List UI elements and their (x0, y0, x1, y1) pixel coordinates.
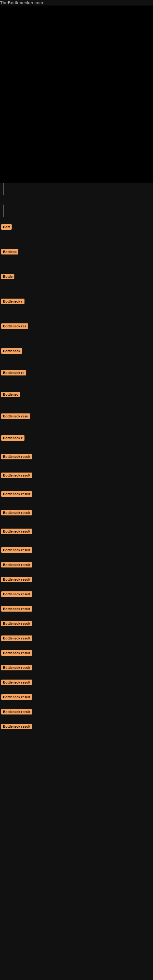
result-item: Bottleneck result (0, 527, 153, 535)
result-badge[interactable]: Bottleneck result (1, 577, 32, 582)
result-item: Bottleneck result (0, 634, 153, 642)
result-badge[interactable]: Bottleneck re (1, 370, 26, 375)
result-badge[interactable]: Bottleneck result (1, 591, 32, 597)
result-item: Bottleneck r (0, 434, 153, 442)
result-badge[interactable]: Bottle (1, 274, 14, 279)
result-badge[interactable]: Bottleneck result (1, 635, 32, 641)
site-title: TheBottlenecker.com (0, 0, 153, 5)
result-badge[interactable]: Bottleneck result (1, 650, 32, 656)
result-badge[interactable]: Bottlenec (1, 392, 20, 397)
result-badge[interactable]: Bottlene (1, 249, 18, 255)
result-item: Bottleneck result (0, 620, 153, 627)
result-item: Bottleneck result (0, 708, 153, 716)
result-item: Bottleneck result (0, 590, 153, 598)
result-badge[interactable]: Bottleneck r (1, 299, 24, 304)
result-item: Bottleneck result (0, 663, 153, 671)
result-item: Bottleneck result (0, 678, 153, 686)
result-item: Bottleneck result (0, 561, 153, 569)
result-badge[interactable]: Bottleneck result (1, 694, 32, 700)
results-list: BottBottleneBottleBottleneck rBottleneck… (0, 220, 153, 737)
result-item: Bottleneck result (0, 509, 153, 517)
result-badge[interactable]: Bottleneck result (1, 606, 32, 612)
result-item: Bottleneck result (0, 605, 153, 613)
result-badge[interactable]: Bottleneck (1, 348, 22, 354)
divider-line-2 (3, 205, 4, 217)
result-badge[interactable]: Bottleneck res (1, 323, 28, 329)
result-item: Bottleneck re (0, 369, 153, 377)
result-item: Bottlenec (0, 390, 153, 398)
result-badge[interactable]: Bottleneck result (1, 562, 32, 568)
result-badge[interactable]: Bottleneck r (1, 435, 24, 441)
result-badge[interactable]: Bottleneck result (1, 491, 32, 497)
result-item: Bottleneck res (0, 322, 153, 330)
result-item: Bottleneck result (0, 649, 153, 657)
result-item: Bottlene (0, 248, 153, 256)
result-item: Bott (0, 223, 153, 231)
result-badge[interactable]: Bottleneck result (1, 528, 32, 534)
result-item: Bottleneck result (0, 471, 153, 479)
result-item: Bottleneck resu (0, 412, 153, 420)
result-badge[interactable]: Bottleneck result (1, 510, 32, 515)
result-item: Bottleneck result (0, 546, 153, 554)
result-item: Bottle (0, 272, 153, 280)
result-item: Bottleneck result (0, 576, 153, 584)
result-badge[interactable]: Bott (1, 224, 12, 230)
result-item: Bottleneck result (0, 693, 153, 701)
result-badge[interactable]: Bottleneck result (1, 473, 32, 478)
result-item: Bottleneck result (0, 490, 153, 498)
result-badge[interactable]: Bottleneck result (1, 724, 32, 729)
chart-area (0, 5, 153, 183)
result-item: Bottleneck result (0, 722, 153, 730)
result-badge[interactable]: Bottleneck result (1, 665, 32, 670)
divider-line-1 (3, 183, 4, 196)
result-badge[interactable]: Bottleneck result (1, 454, 32, 460)
result-badge[interactable]: Bottleneck result (1, 547, 32, 553)
result-item: Bottleneck r (0, 298, 153, 305)
result-badge[interactable]: Bottleneck result (1, 679, 32, 685)
result-badge[interactable]: Bottleneck result (1, 621, 32, 626)
result-badge[interactable]: Bottleneck resu (1, 414, 30, 419)
result-badge[interactable]: Bottleneck result (1, 709, 32, 714)
result-item: Bottleneck (0, 347, 153, 355)
result-item: Bottleneck result (0, 453, 153, 461)
